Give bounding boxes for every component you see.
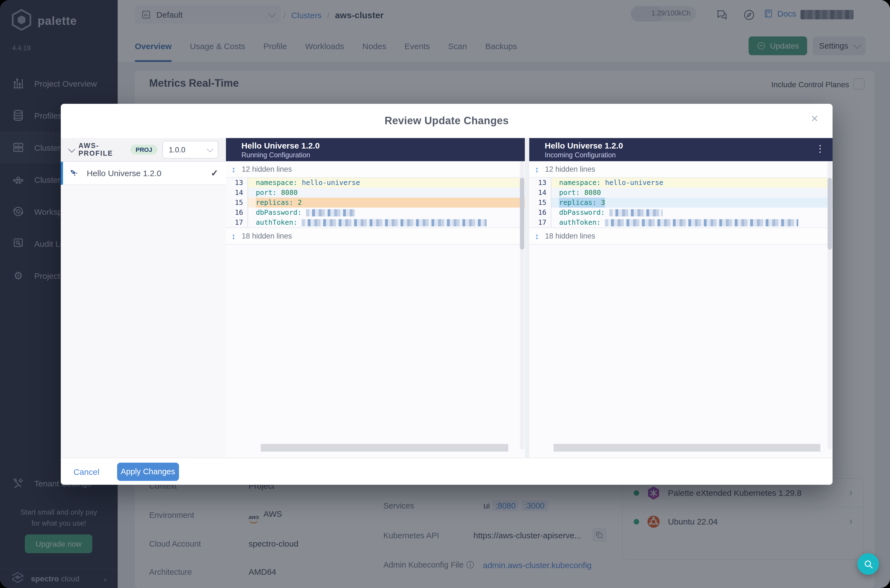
unfold-lines-icon[interactable]: ↕ — [232, 165, 236, 174]
chevron-down-icon[interactable] — [68, 145, 75, 152]
profile-version-select[interactable]: 1.0.0 — [163, 141, 218, 159]
code-line-changed: 15 replicas:2 — [226, 198, 525, 208]
horizontal-scrollbar[interactable] — [553, 444, 820, 452]
code-line-changed: 15 replicas:3 — [529, 198, 833, 208]
vertical-scrollbar[interactable] — [828, 161, 832, 449]
close-icon[interactable]: × — [811, 112, 818, 125]
stage: palette 4.4.19 Project Overview Profiles… — [0, 0, 890, 588]
hidden-lines-bottom[interactable]: ↕ 18 hidden lines — [529, 228, 833, 244]
redacted-value — [609, 209, 662, 216]
hidden-lines-top[interactable]: ↕ 12 hidden lines — [529, 161, 833, 178]
diff-panel-header: Hello Universe 1.2.0 Incoming Configurat… — [529, 138, 833, 161]
help-search-fab[interactable] — [857, 553, 879, 575]
unfold-lines-icon[interactable]: ↕ — [535, 165, 539, 174]
app-window: palette 4.4.19 Project Overview Profiles… — [0, 0, 890, 588]
diff-panel-running: Hello Universe 1.2.0 Running Configurati… — [226, 138, 525, 458]
hidden-lines-bottom[interactable]: ↕ 18 hidden lines — [226, 228, 525, 244]
modal-title: Review Update Changes — [385, 115, 509, 127]
redacted-value — [605, 219, 798, 226]
profile-header: AWS-PROFILE PROJ 1.0.0 — [61, 138, 226, 162]
diff-panel-incoming: Hello Universe 1.2.0 Incoming Configurat… — [529, 138, 833, 458]
profile-panel: AWS-PROFILE PROJ 1.0.0 Hello Universe 1.… — [61, 138, 226, 458]
unfold-lines-icon[interactable]: ↕ — [535, 231, 539, 241]
code-line: 16 dbPassword: — [529, 208, 833, 218]
horizontal-scrollbar[interactable] — [261, 444, 508, 452]
apply-changes-button[interactable]: Apply Changes — [117, 462, 179, 481]
code-line: 16 dbPassword: — [226, 208, 525, 218]
check-icon: ✓ — [211, 168, 218, 178]
modal-body: AWS-PROFILE PROJ 1.0.0 Hello Universe 1.… — [61, 138, 833, 458]
scope-badge: PROJ — [130, 145, 158, 154]
code-line: 14 port:8080 — [226, 188, 525, 198]
modal-footer: Cancel Apply Changes — [61, 458, 833, 485]
cancel-button[interactable]: Cancel — [74, 467, 99, 476]
review-update-changes-modal: Review Update Changes × AWS-PROFILE PROJ… — [61, 104, 833, 485]
code-line: 17 authToken: — [226, 218, 525, 228]
pack-item-hello-universe[interactable]: Hello Universe 1.2.0 ✓ — [61, 162, 226, 185]
modal-header: Review Update Changes × — [61, 104, 833, 139]
code-line: 13 namespace:hello-universe — [226, 178, 525, 188]
rocket-icon — [68, 166, 81, 180]
code-line: 14 port:8080 — [529, 188, 833, 198]
redacted-value — [306, 209, 355, 216]
chevron-down-icon — [207, 146, 213, 152]
code-line: 17 authToken: — [529, 218, 833, 228]
diff-panel-header: Hello Universe 1.2.0 Running Configurati… — [226, 138, 525, 161]
code-line: 13 namespace:hello-universe — [529, 178, 833, 188]
profile-name: AWS-PROFILE — [78, 142, 122, 158]
vertical-scrollbar[interactable] — [520, 161, 524, 449]
magnifier-icon — [863, 559, 873, 569]
kebab-menu-icon[interactable]: ⋮ — [815, 143, 825, 154]
pack-name: Hello Universe 1.2.0 — [87, 168, 161, 178]
unfold-lines-icon[interactable]: ↕ — [232, 231, 236, 241]
hidden-lines-top[interactable]: ↕ 12 hidden lines — [226, 161, 525, 178]
redacted-value — [302, 219, 487, 226]
diff-view: Hello Universe 1.2.0 Running Configurati… — [226, 138, 833, 458]
